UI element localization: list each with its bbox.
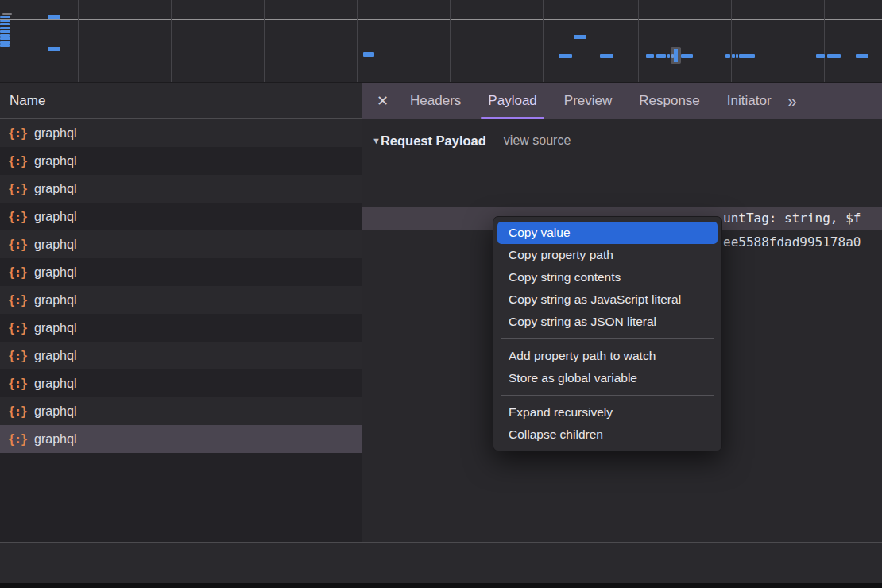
overview-gridline bbox=[543, 0, 544, 82]
overview-gridline bbox=[171, 0, 172, 82]
view-source-link[interactable]: view source bbox=[504, 133, 571, 148]
request-list-pane: Name {:}graphql{:}graphql{:}graphql{:}gr… bbox=[0, 83, 362, 542]
json-braces-icon: {:} bbox=[8, 321, 27, 335]
waterfall-bar bbox=[0, 41, 10, 44]
network-request-row[interactable]: {:}graphql bbox=[0, 425, 362, 453]
request-name: graphql bbox=[34, 377, 76, 391]
network-request-row[interactable]: {:}graphql bbox=[0, 203, 362, 230]
network-request-row[interactable]: {:}graphql bbox=[0, 397, 362, 425]
context-menu-item[interactable]: Copy string as JavaScript literal bbox=[497, 288, 718, 311]
waterfall-bar bbox=[681, 54, 693, 58]
network-request-row[interactable]: {:}graphql bbox=[0, 286, 362, 314]
waterfall-bar bbox=[48, 15, 60, 19]
tab-preview[interactable]: Preview bbox=[551, 83, 625, 119]
json-braces-icon: {:} bbox=[8, 377, 27, 391]
network-request-row[interactable]: {:}graphql bbox=[0, 369, 362, 397]
waterfall-bar bbox=[48, 47, 60, 51]
waterfall-bar bbox=[725, 54, 730, 58]
context-menu-item[interactable]: Copy value bbox=[497, 222, 718, 244]
context-menu-item[interactable]: Add property path to watch bbox=[497, 345, 718, 367]
json-braces-icon: {:} bbox=[8, 349, 27, 363]
waterfall-bar bbox=[574, 35, 586, 39]
property-value-right: untTag: string, $f bbox=[723, 207, 861, 230]
request-name: graphql bbox=[34, 265, 76, 280]
context-menu-item[interactable]: Store as global variable bbox=[497, 367, 718, 389]
waterfall-bar bbox=[656, 54, 666, 58]
json-braces-icon: {:} bbox=[8, 432, 27, 447]
waterfall-bar bbox=[739, 54, 755, 58]
waterfall-bar bbox=[363, 52, 374, 57]
waterfall-bar bbox=[0, 30, 10, 33]
network-request-row[interactable]: {:}graphql bbox=[0, 342, 362, 369]
hover-marker bbox=[671, 47, 681, 64]
waterfall-bar bbox=[0, 20, 10, 22]
context-menu-item[interactable]: Collapse children bbox=[497, 424, 718, 446]
window-bottom-edge bbox=[0, 583, 882, 588]
overview-gridline bbox=[78, 0, 79, 82]
network-overview-timeline[interactable] bbox=[0, 0, 882, 83]
more-tabs-icon[interactable]: » bbox=[788, 92, 797, 110]
request-name: graphql bbox=[34, 154, 76, 168]
tab-initiator[interactable]: Initiator bbox=[714, 83, 785, 119]
json-braces-icon: {:} bbox=[8, 126, 27, 141]
overview-gridline bbox=[638, 0, 639, 82]
tab-headers[interactable]: Headers bbox=[397, 83, 474, 119]
details-tabs: HeadersPayloadPreviewResponseInitiator bbox=[397, 83, 784, 119]
waterfall-bar bbox=[667, 54, 670, 58]
waterfall-bar bbox=[0, 37, 10, 40]
waterfall-bar bbox=[856, 54, 868, 58]
waterfall-bar bbox=[600, 54, 613, 58]
json-braces-icon: {:} bbox=[8, 404, 27, 419]
tab-response[interactable]: Response bbox=[625, 83, 714, 119]
waterfall-bar bbox=[2, 13, 12, 15]
network-request-row[interactable]: {:}graphql bbox=[0, 147, 362, 175]
property-value-right: ee5588fdad995178a0 bbox=[723, 230, 861, 254]
network-request-row[interactable]: {:}graphql bbox=[0, 119, 362, 147]
overview-gridline bbox=[731, 0, 732, 82]
context-menu-item[interactable]: Copy property path bbox=[497, 244, 718, 266]
column-header-name[interactable]: Name bbox=[0, 83, 362, 119]
network-request-row[interactable]: {:}graphql bbox=[0, 258, 362, 286]
overview-gridline bbox=[264, 0, 265, 82]
request-name: graphql bbox=[34, 182, 76, 196]
context-menu-item[interactable]: Copy string contents bbox=[497, 266, 718, 288]
waterfall-bar bbox=[0, 34, 10, 37]
json-braces-icon: {:} bbox=[8, 293, 27, 308]
waterfall-bar bbox=[816, 54, 825, 58]
waterfall-bar bbox=[559, 54, 572, 58]
overview-horizontal-rule bbox=[0, 19, 882, 20]
devtools-network-panel: Name {:}graphql{:}graphql{:}graphql{:}gr… bbox=[0, 0, 882, 588]
request-name: graphql bbox=[34, 126, 76, 141]
waterfall-bar bbox=[827, 54, 841, 58]
expander-down-icon[interactable]: ▼ bbox=[372, 136, 381, 145]
details-tab-bar: ✕ HeadersPayloadPreviewResponseInitiator… bbox=[362, 83, 882, 119]
request-name: graphql bbox=[34, 349, 76, 363]
overview-gridline bbox=[450, 0, 451, 82]
tab-payload[interactable]: Payload bbox=[474, 83, 550, 119]
request-name: graphql bbox=[34, 210, 76, 224]
waterfall-bar bbox=[0, 44, 10, 47]
overview-gridline bbox=[357, 0, 358, 82]
request-name: graphql bbox=[34, 293, 76, 308]
request-payload-title: Request Payload bbox=[381, 133, 486, 149]
waterfall-bar bbox=[736, 54, 738, 58]
network-request-row[interactable]: {:}graphql bbox=[0, 175, 362, 203]
menu-separator bbox=[501, 338, 714, 339]
context-menu-item[interactable]: Copy string as JSON literal bbox=[497, 311, 718, 333]
waterfall-bar bbox=[0, 16, 10, 18]
close-icon[interactable]: ✕ bbox=[377, 92, 389, 110]
context-menu: Copy valueCopy property pathCopy string … bbox=[493, 216, 722, 451]
summary-bar bbox=[0, 543, 882, 583]
operation-name-row[interactable]: operationName:"ipFlowTimeseries" bbox=[362, 183, 882, 207]
request-list: {:}graphql{:}graphql{:}graphql{:}graphql… bbox=[0, 119, 362, 453]
column-header-label: Name bbox=[10, 93, 45, 109]
payload-root-row[interactable]: ▼{operationName: "ipFlowTimeseries", var… bbox=[362, 159, 882, 183]
request-payload-section-header[interactable]: ▼Request Payload view source bbox=[362, 129, 571, 153]
network-request-row[interactable]: {:}graphql bbox=[0, 230, 362, 258]
context-menu-item[interactable]: Expand recursively bbox=[497, 401, 718, 424]
request-name: graphql bbox=[34, 432, 76, 447]
request-name: graphql bbox=[34, 238, 76, 252]
network-request-row[interactable]: {:}graphql bbox=[0, 314, 362, 342]
overview-gridline bbox=[824, 0, 825, 82]
waterfall-bar bbox=[0, 27, 10, 29]
